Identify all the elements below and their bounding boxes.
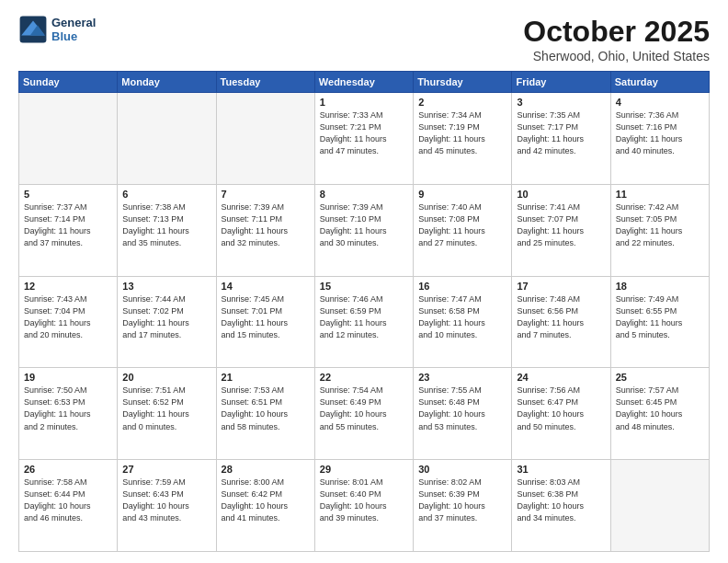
day-number: 14 <box>222 281 310 292</box>
calendar-cell: 4Sunrise: 7:36 AM Sunset: 7:16 PM Daylig… <box>610 93 709 185</box>
calendar: Sunday Monday Tuesday Wednesday Thursday… <box>18 71 710 552</box>
calendar-cell: 10Sunrise: 7:41 AM Sunset: 7:07 PM Dayli… <box>512 184 610 276</box>
day-number: 25 <box>616 372 704 383</box>
day-info: Sunrise: 7:37 AM Sunset: 7:14 PM Dayligh… <box>24 201 112 249</box>
day-info: Sunrise: 8:00 AM Sunset: 6:42 PM Dayligh… <box>222 477 310 524</box>
day-info: Sunrise: 7:40 AM Sunset: 7:08 PM Dayligh… <box>418 201 506 249</box>
day-number: 23 <box>418 372 506 383</box>
calendar-cell: 28Sunrise: 8:00 AM Sunset: 6:42 PM Dayli… <box>216 460 314 552</box>
day-info: Sunrise: 7:44 AM Sunset: 7:02 PM Dayligh… <box>122 293 210 341</box>
day-info: Sunrise: 7:35 AM Sunset: 7:17 PM Dayligh… <box>517 109 605 157</box>
calendar-week-row: 12Sunrise: 7:43 AM Sunset: 7:04 PM Dayli… <box>19 276 710 368</box>
day-number: 4 <box>616 97 704 108</box>
day-info: Sunrise: 7:39 AM Sunset: 7:10 PM Dayligh… <box>320 201 408 249</box>
calendar-cell: 22Sunrise: 7:54 AM Sunset: 6:49 PM Dayli… <box>314 368 413 460</box>
day-info: Sunrise: 7:48 AM Sunset: 6:56 PM Dayligh… <box>517 293 605 341</box>
day-number: 24 <box>517 372 605 383</box>
calendar-cell: 2Sunrise: 7:34 AM Sunset: 7:19 PM Daylig… <box>414 93 512 185</box>
col-saturday: Saturday <box>610 72 709 93</box>
calendar-cell: 19Sunrise: 7:50 AM Sunset: 6:53 PM Dayli… <box>19 368 118 460</box>
calendar-cell: 25Sunrise: 7:57 AM Sunset: 6:45 PM Dayli… <box>610 368 709 460</box>
logo-icon <box>18 15 48 44</box>
calendar-cell: 9Sunrise: 7:40 AM Sunset: 7:08 PM Daylig… <box>414 184 512 276</box>
day-number: 6 <box>122 189 210 200</box>
day-number: 22 <box>320 372 408 383</box>
calendar-cell: 21Sunrise: 7:53 AM Sunset: 6:51 PM Dayli… <box>216 368 314 460</box>
day-info: Sunrise: 7:56 AM Sunset: 6:47 PM Dayligh… <box>517 385 605 432</box>
col-thursday: Thursday <box>414 72 512 93</box>
calendar-cell: 7Sunrise: 7:39 AM Sunset: 7:11 PM Daylig… <box>216 184 314 276</box>
day-info: Sunrise: 7:57 AM Sunset: 6:45 PM Dayligh… <box>616 385 704 432</box>
day-info: Sunrise: 7:54 AM Sunset: 6:49 PM Dayligh… <box>320 385 408 432</box>
logo: General Blue <box>18 15 96 44</box>
calendar-cell: 1Sunrise: 7:33 AM Sunset: 7:21 PM Daylig… <box>314 93 413 185</box>
day-number: 26 <box>24 464 112 475</box>
logo-text: General Blue <box>51 16 96 43</box>
day-number: 5 <box>24 189 112 200</box>
calendar-cell: 15Sunrise: 7:46 AM Sunset: 6:59 PM Dayli… <box>314 276 413 368</box>
day-info: Sunrise: 8:02 AM Sunset: 6:39 PM Dayligh… <box>418 477 506 524</box>
day-info: Sunrise: 7:41 AM Sunset: 7:07 PM Dayligh… <box>517 201 605 249</box>
day-info: Sunrise: 7:51 AM Sunset: 6:52 PM Dayligh… <box>122 385 210 432</box>
day-number: 10 <box>517 189 605 200</box>
day-info: Sunrise: 7:55 AM Sunset: 6:48 PM Dayligh… <box>418 385 506 432</box>
day-number: 17 <box>517 281 605 292</box>
day-info: Sunrise: 7:47 AM Sunset: 6:58 PM Dayligh… <box>418 293 506 341</box>
day-number: 31 <box>517 464 605 475</box>
day-info: Sunrise: 7:33 AM Sunset: 7:21 PM Dayligh… <box>320 109 408 157</box>
day-number: 7 <box>222 189 310 200</box>
day-info: Sunrise: 8:01 AM Sunset: 6:40 PM Dayligh… <box>320 477 408 524</box>
col-sunday: Sunday <box>19 72 118 93</box>
day-number: 1 <box>320 97 408 108</box>
day-info: Sunrise: 7:39 AM Sunset: 7:11 PM Dayligh… <box>222 201 310 249</box>
calendar-cell <box>118 93 216 185</box>
day-number: 20 <box>122 372 210 383</box>
col-tuesday: Tuesday <box>216 72 314 93</box>
calendar-cell: 14Sunrise: 7:45 AM Sunset: 7:01 PM Dayli… <box>216 276 314 368</box>
col-wednesday: Wednesday <box>314 72 413 93</box>
day-info: Sunrise: 7:58 AM Sunset: 6:44 PM Dayligh… <box>24 477 112 524</box>
calendar-cell: 11Sunrise: 7:42 AM Sunset: 7:05 PM Dayli… <box>610 184 709 276</box>
day-info: Sunrise: 7:36 AM Sunset: 7:16 PM Dayligh… <box>616 109 704 157</box>
day-number: 16 <box>418 281 506 292</box>
calendar-cell: 17Sunrise: 7:48 AM Sunset: 6:56 PM Dayli… <box>512 276 610 368</box>
calendar-cell: 23Sunrise: 7:55 AM Sunset: 6:48 PM Dayli… <box>414 368 512 460</box>
day-info: Sunrise: 7:38 AM Sunset: 7:13 PM Dayligh… <box>122 201 210 249</box>
calendar-week-row: 1Sunrise: 7:33 AM Sunset: 7:21 PM Daylig… <box>19 93 710 185</box>
header: General Blue October 2025 Sherwood, Ohio… <box>18 15 710 63</box>
day-info: Sunrise: 7:45 AM Sunset: 7:01 PM Dayligh… <box>222 293 310 341</box>
calendar-cell <box>610 460 709 552</box>
day-number: 3 <box>517 97 605 108</box>
day-info: Sunrise: 7:59 AM Sunset: 6:43 PM Dayligh… <box>122 477 210 524</box>
day-number: 29 <box>320 464 408 475</box>
calendar-week-row: 26Sunrise: 7:58 AM Sunset: 6:44 PM Dayli… <box>19 460 710 552</box>
day-info: Sunrise: 7:49 AM Sunset: 6:55 PM Dayligh… <box>616 293 704 341</box>
col-monday: Monday <box>118 72 216 93</box>
calendar-cell: 8Sunrise: 7:39 AM Sunset: 7:10 PM Daylig… <box>314 184 413 276</box>
day-info: Sunrise: 7:42 AM Sunset: 7:05 PM Dayligh… <box>616 201 704 249</box>
day-info: Sunrise: 7:43 AM Sunset: 7:04 PM Dayligh… <box>24 293 112 341</box>
page: General Blue October 2025 Sherwood, Ohio… <box>0 0 728 563</box>
calendar-cell: 31Sunrise: 8:03 AM Sunset: 6:38 PM Dayli… <box>512 460 610 552</box>
calendar-cell: 5Sunrise: 7:37 AM Sunset: 7:14 PM Daylig… <box>19 184 118 276</box>
calendar-cell: 3Sunrise: 7:35 AM Sunset: 7:17 PM Daylig… <box>512 93 610 185</box>
day-info: Sunrise: 7:34 AM Sunset: 7:19 PM Dayligh… <box>418 109 506 157</box>
day-number: 18 <box>616 281 704 292</box>
calendar-cell: 6Sunrise: 7:38 AM Sunset: 7:13 PM Daylig… <box>118 184 216 276</box>
day-info: Sunrise: 7:46 AM Sunset: 6:59 PM Dayligh… <box>320 293 408 341</box>
day-number: 15 <box>320 281 408 292</box>
month-year: October 2025 <box>523 15 710 49</box>
calendar-cell: 12Sunrise: 7:43 AM Sunset: 7:04 PM Dayli… <box>19 276 118 368</box>
day-number: 2 <box>418 97 506 108</box>
day-info: Sunrise: 8:03 AM Sunset: 6:38 PM Dayligh… <box>517 477 605 524</box>
calendar-week-row: 5Sunrise: 7:37 AM Sunset: 7:14 PM Daylig… <box>19 184 710 276</box>
day-number: 19 <box>24 372 112 383</box>
calendar-cell: 20Sunrise: 7:51 AM Sunset: 6:52 PM Dayli… <box>118 368 216 460</box>
day-number: 28 <box>222 464 310 475</box>
calendar-body: 1Sunrise: 7:33 AM Sunset: 7:21 PM Daylig… <box>19 93 710 552</box>
col-friday: Friday <box>512 72 610 93</box>
day-number: 11 <box>616 189 704 200</box>
calendar-cell: 27Sunrise: 7:59 AM Sunset: 6:43 PM Dayli… <box>118 460 216 552</box>
location: Sherwood, Ohio, United States <box>523 49 710 63</box>
day-number: 27 <box>122 464 210 475</box>
